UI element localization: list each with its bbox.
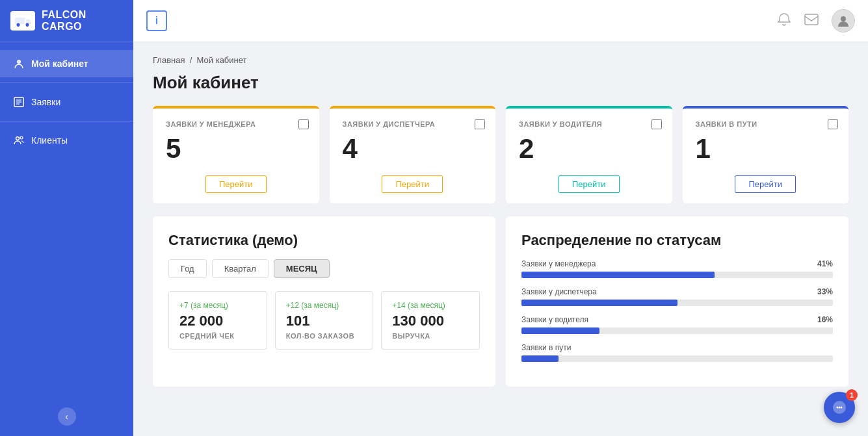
svg-rect-5 xyxy=(14,17,26,24)
metric-orders-count-change: +12 (за месяц) xyxy=(286,301,363,310)
card-dispatcher: ЗАЯВКИ У ДИСПЕТЧЕРА 4 Перейти xyxy=(330,106,496,203)
card-driver-title: ЗАЯВКИ У ВОДИТЕЛЯ xyxy=(519,120,659,128)
card-manager: ЗАЯВКИ У МЕНЕДЖЕРА 5 Перейти xyxy=(153,106,319,203)
card-dispatcher-title: ЗАЯВКИ У ДИСПЕТЧЕРА xyxy=(343,120,483,128)
distribution-card: Распределение по статусам Заявки у менед… xyxy=(506,216,848,387)
dist-bar-bg-manager xyxy=(521,272,833,278)
sidebar-collapse-button[interactable]: ‹ xyxy=(58,407,76,426)
chat-button[interactable]: 1 xyxy=(824,392,855,423)
svg-point-14 xyxy=(16,137,20,140)
dist-item-header-manager: Заявки у менеджера 41% xyxy=(521,259,833,268)
metric-avg-check-value: 22 000 xyxy=(179,313,256,329)
sidebar-item-label-orders: Заявки xyxy=(31,97,60,107)
sidebar-item-clients[interactable]: Клиенты xyxy=(0,127,133,154)
card-driver: ЗАЯВКИ У ВОДИТЕЛЯ 2 Перейти xyxy=(506,106,672,203)
mail-button[interactable] xyxy=(804,14,819,29)
dist-item-percent-driver: 16% xyxy=(817,315,833,324)
bottom-row: Статистика (демо) Год Квартал МЕСЯЦ +7 (… xyxy=(153,216,848,387)
card-transit-count: 1 xyxy=(696,133,836,164)
main-area: i xyxy=(133,0,868,436)
user-avatar[interactable] xyxy=(832,9,855,32)
sidebar-nav: Мой кабинет Заявки xyxy=(0,42,133,397)
distribution-item-driver: Заявки у водителя 16% xyxy=(521,315,833,334)
card-manager-checkbox[interactable] xyxy=(298,119,309,129)
card-transit-button[interactable]: Перейти xyxy=(735,175,796,193)
distribution-items: Заявки у менеджера 41% Заявки у диспетче… xyxy=(521,259,833,362)
card-manager-title: ЗАЯВКИ У МЕНЕДЖЕРА xyxy=(166,120,306,128)
dist-bar-bg-driver xyxy=(521,327,833,334)
card-transit-checkbox[interactable] xyxy=(828,119,838,129)
metric-avg-check-change: +7 (за месяц) xyxy=(179,301,256,310)
breadcrumb: Главная / Мой кабинет xyxy=(153,55,848,65)
svg-point-20 xyxy=(839,407,841,409)
breadcrumb-separator: / xyxy=(190,55,192,65)
card-driver-checkbox[interactable] xyxy=(651,119,662,129)
svg-point-7 xyxy=(17,23,20,27)
logo-icon xyxy=(10,11,35,31)
page-title: Мой кабинет xyxy=(153,73,848,93)
clients-icon xyxy=(13,135,25,146)
svg-point-9 xyxy=(17,60,21,64)
dist-item-header-driver: Заявки у водителя 16% xyxy=(521,315,833,324)
dist-item-percent-manager: 41% xyxy=(817,259,833,268)
metric-orders-count-value: 101 xyxy=(286,313,363,329)
header: i xyxy=(133,0,868,42)
orders-icon xyxy=(13,96,25,108)
card-dispatcher-checkbox[interactable] xyxy=(475,119,485,129)
dist-bar-bg-transit xyxy=(521,355,833,362)
svg-point-8 xyxy=(26,23,29,27)
logo[interactable]: FALCON CARGO xyxy=(0,0,133,42)
dist-item-percent-dispatcher: 33% xyxy=(817,287,833,296)
info-button[interactable]: i xyxy=(146,10,167,31)
tab-quarter[interactable]: Квартал xyxy=(212,259,269,278)
breadcrumb-home[interactable]: Главная xyxy=(153,55,185,65)
sidebar-item-label-clients: Клиенты xyxy=(31,135,68,146)
metric-revenue-change: +14 (за месяц) xyxy=(392,301,469,310)
dist-bar-transit xyxy=(521,355,559,362)
svg-point-15 xyxy=(20,136,23,139)
card-manager-button[interactable]: Перейти xyxy=(205,175,267,193)
metric-avg-check-label: СРЕДНИЙ ЧЕК xyxy=(179,332,256,340)
distribution-item-dispatcher: Заявки у диспетчера 33% xyxy=(521,287,833,306)
dist-bar-manager xyxy=(521,272,715,278)
dist-bar-driver xyxy=(521,327,599,334)
chat-badge: 1 xyxy=(846,389,858,401)
dist-item-label-driver: Заявки у водителя xyxy=(521,315,588,324)
header-icons xyxy=(777,9,855,32)
sidebar-item-orders[interactable]: Заявки xyxy=(0,88,133,116)
logo-text: FALCON CARGO xyxy=(42,9,123,32)
card-driver-button[interactable]: Перейти xyxy=(559,175,620,193)
metric-avg-check: +7 (за месяц) 22 000 СРЕДНИЙ ЧЕК xyxy=(168,291,267,350)
metric-orders-count-label: КОЛ-ВО ЗАКАЗОВ xyxy=(286,332,363,340)
statistics-metrics: +7 (за месяц) 22 000 СРЕДНИЙ ЧЕК +12 (за… xyxy=(168,291,480,350)
notification-button[interactable] xyxy=(777,12,791,30)
dist-item-header-transit: Заявки в пути xyxy=(521,343,833,352)
card-manager-count: 5 xyxy=(166,133,306,164)
svg-point-21 xyxy=(841,407,843,409)
metric-revenue-label: ВЫРУЧКА xyxy=(392,332,469,340)
dist-bar-dispatcher xyxy=(521,300,677,306)
statistics-card: Статистика (демо) Год Квартал МЕСЯЦ +7 (… xyxy=(153,216,495,387)
content: Главная / Мой кабинет Мой кабинет ЗАЯВКИ… xyxy=(133,42,868,436)
metric-revenue-value: 130 000 xyxy=(392,313,469,329)
card-transit: ЗАЯВКИ В ПУТИ 1 Перейти xyxy=(683,106,849,203)
breadcrumb-current: Мой кабинет xyxy=(197,55,247,65)
svg-point-17 xyxy=(841,16,846,21)
distribution-title: Распределение по статусам xyxy=(521,232,833,249)
card-transit-title: ЗАЯВКИ В ПУТИ xyxy=(696,120,836,128)
metric-orders-count: +12 (за месяц) 101 КОЛ-ВО ЗАКАЗОВ xyxy=(275,291,374,350)
statistics-title: Статистика (демо) xyxy=(168,232,480,249)
dist-item-header-dispatcher: Заявки у диспетчера 33% xyxy=(521,287,833,296)
card-dispatcher-button[interactable]: Перейти xyxy=(382,175,443,193)
distribution-item-manager: Заявки у менеджера 41% xyxy=(521,259,833,278)
tab-month[interactable]: МЕСЯЦ xyxy=(274,259,330,278)
distribution-item-transit: Заявки в пути xyxy=(521,343,833,362)
statistics-tabs: Год Квартал МЕСЯЦ xyxy=(168,259,480,278)
card-driver-count: 2 xyxy=(519,133,659,164)
sidebar: FALCON CARGO Мой кабинет Заявки xyxy=(0,0,133,436)
svg-point-19 xyxy=(837,407,839,409)
tab-year[interactable]: Год xyxy=(168,259,207,278)
sidebar-item-cabinet[interactable]: Мой кабинет xyxy=(0,50,133,77)
dist-item-label-manager: Заявки у менеджера xyxy=(521,259,596,268)
dist-bar-bg-dispatcher xyxy=(521,300,833,306)
